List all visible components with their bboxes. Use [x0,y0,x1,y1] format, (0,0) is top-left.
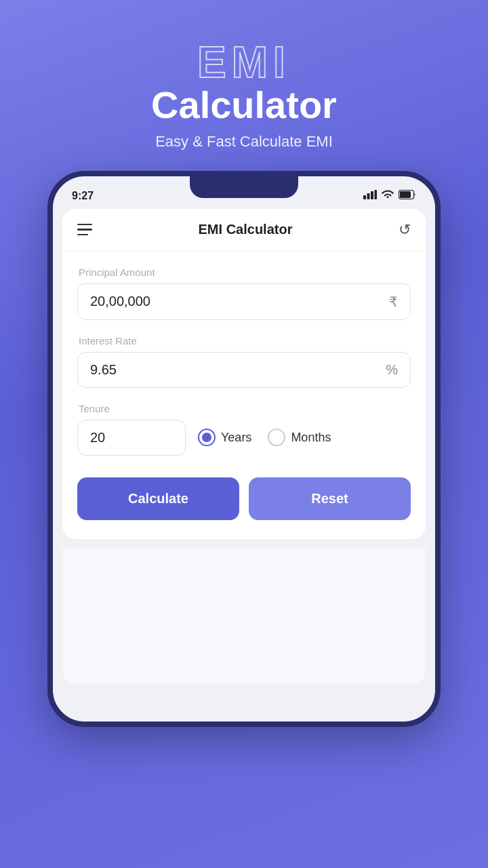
results-area [62,549,426,684]
phone-mockup: 9:27 [47,171,441,727]
years-radio-option[interactable]: Years [198,429,251,446]
months-radio-button[interactable] [268,429,285,446]
form-area: Principal Amount ₹ Interest Rate % Tenur… [62,252,426,539]
app-content-card: EMI Calculator ↺ Principal Amount ₹ Inte… [62,209,426,539]
signal-icon [363,190,377,201]
principal-label: Principal Amount [79,267,411,278]
calculator-title: Calculator [151,84,337,126]
svg-rect-5 [400,191,411,198]
tenure-label: Tenure [79,403,411,414]
percent-icon: % [386,362,398,378]
interest-input[interactable] [90,362,386,378]
tenure-type-radio-group: Years Months [198,429,331,446]
calculate-button[interactable]: Calculate [77,477,239,520]
svg-rect-3 [375,190,378,199]
status-icons [363,190,416,201]
months-label: Months [291,431,331,445]
app-toolbar: EMI Calculator ↺ [62,209,426,252]
reset-button[interactable]: Reset [249,477,411,520]
rupee-icon: ₹ [389,294,398,310]
tenure-input[interactable] [90,430,173,446]
interest-input-box: % [77,352,411,388]
svg-rect-0 [363,195,366,199]
tenure-input-box [77,420,186,456]
action-buttons-row: Calculate Reset [77,477,411,520]
tenure-row: Years Months [77,420,411,456]
svg-rect-1 [367,193,370,199]
subtitle: Easy & Fast Calculate EMI [151,133,337,151]
wifi-icon [381,190,394,201]
app-header: EMI Calculator Easy & Fast Calculate EMI [151,0,337,151]
svg-rect-2 [371,191,373,199]
battery-icon [399,190,416,201]
emi-outline-title: EMI [151,41,337,84]
interest-label: Interest Rate [79,335,411,347]
months-radio-option[interactable]: Months [268,429,331,446]
hamburger-menu-button[interactable] [77,224,92,236]
phone-notch [190,176,298,198]
toolbar-title: EMI Calculator [199,222,293,237]
principal-input[interactable] [90,294,389,309]
principal-input-box: ₹ [77,283,411,320]
years-label: Years [221,431,251,445]
status-time: 9:27 [72,190,94,202]
years-radio-button[interactable] [198,429,216,446]
refresh-icon[interactable]: ↺ [399,221,411,239]
